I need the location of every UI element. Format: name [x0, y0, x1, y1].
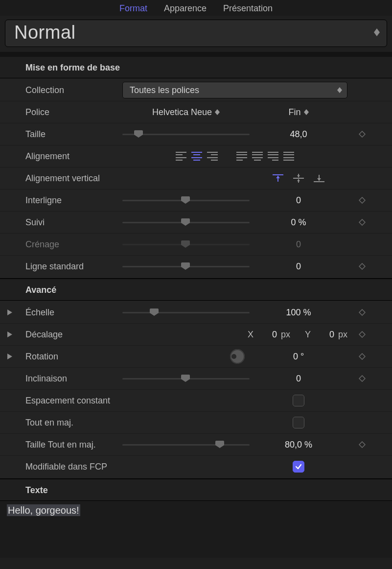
scale-value[interactable]: 100 %: [250, 308, 347, 318]
svg-marker-0: [374, 28, 380, 32]
svg-marker-23: [7, 309, 12, 315]
offset-y-unit: px: [338, 330, 347, 340]
updown-icon: [374, 28, 380, 36]
label-offset: Décalage: [20, 330, 122, 340]
font-family-select[interactable]: Helvetica Neue: [152, 107, 220, 118]
row-kerning: Crénage 0: [0, 233, 392, 255]
baseline-value[interactable]: 0: [250, 261, 347, 272]
kerning-value: 0: [250, 239, 347, 250]
align-center-icon[interactable]: [191, 152, 202, 161]
svg-marker-2: [337, 87, 342, 90]
disclosure-icon[interactable]: [0, 332, 20, 337]
slant-value[interactable]: 0: [250, 374, 347, 384]
keyframe-icon[interactable]: [347, 353, 377, 360]
svg-marker-14: [297, 175, 300, 177]
section-basic: Collection Toutes les polices Police Hel…: [0, 78, 392, 279]
keyframe-icon[interactable]: [347, 263, 377, 270]
svg-marker-20: [359, 197, 365, 203]
svg-marker-19: [317, 178, 321, 181]
preset-select[interactable]: Normal: [5, 20, 387, 47]
size-slider[interactable]: [122, 129, 250, 139]
keyframe-icon[interactable]: [347, 197, 377, 204]
offset-x-label: X: [248, 330, 254, 340]
justify-full-icon[interactable]: [283, 152, 294, 161]
section-basic-title: Mise en forme de base: [0, 52, 392, 78]
row-linespacing: Interligne 0: [0, 189, 392, 211]
offset-x-unit: px: [281, 330, 290, 340]
svg-marker-24: [359, 309, 365, 315]
allcaps-size-value[interactable]: 80,0 %: [250, 440, 347, 450]
scale-slider[interactable]: [122, 308, 250, 317]
valign-middle-icon[interactable]: [293, 174, 304, 183]
baseline-slider[interactable]: [122, 261, 250, 271]
label-size: Taille: [20, 129, 122, 140]
font-weight-value: Fin: [288, 107, 300, 118]
linespacing-value[interactable]: 0: [250, 195, 347, 206]
tracking-value[interactable]: 0 %: [250, 217, 347, 228]
offset-x-value[interactable]: 0: [259, 330, 277, 340]
svg-marker-5: [215, 112, 220, 115]
label-baseline: Ligne standard: [20, 261, 122, 272]
tracking-slider[interactable]: [122, 217, 250, 227]
row-editable-fcp: Modifiable dans FCP: [0, 455, 392, 477]
text-content[interactable]: Hello, gorgeous!: [7, 504, 80, 516]
svg-marker-11: [276, 176, 280, 178]
align-left-icon[interactable]: [176, 152, 186, 161]
allcaps-checkbox[interactable]: [293, 417, 304, 428]
offset-y-value[interactable]: 0: [317, 330, 334, 340]
svg-marker-4: [215, 109, 220, 112]
row-offset: Décalage X 0 px Y 0 px: [0, 323, 392, 345]
inspector-tabs: Format Apparence Présentation: [0, 0, 392, 16]
keyframe-icon[interactable]: [347, 331, 377, 338]
kerning-slider: [122, 239, 250, 249]
svg-marker-6: [304, 109, 309, 112]
keyframe-icon[interactable]: [347, 309, 377, 316]
keyframe-icon[interactable]: [347, 219, 377, 226]
label-scale: Échelle: [20, 308, 122, 318]
row-allcaps-size: Taille Tout en maj. 80,0 %: [0, 433, 392, 455]
section-advanced: Échelle 100 % Décalage X 0 px Y 0 px Rot…: [0, 300, 392, 479]
keyframe-icon[interactable]: [347, 375, 377, 382]
tab-format[interactable]: Format: [119, 3, 147, 14]
row-collection: Collection Toutes les polices: [0, 79, 392, 101]
disclosure-icon[interactable]: [0, 309, 20, 315]
label-slant: Inclinaison: [20, 374, 122, 384]
linespacing-slider[interactable]: [122, 195, 250, 205]
rotation-value[interactable]: 0 °: [250, 352, 347, 362]
svg-marker-7: [304, 112, 309, 115]
collection-value: Toutes les polices: [130, 85, 199, 95]
preset-name: Normal: [14, 22, 75, 43]
svg-marker-25: [7, 332, 12, 337]
svg-marker-1: [374, 32, 380, 36]
editable-fcp-checkbox[interactable]: [293, 461, 304, 473]
label-allcaps-size: Taille Tout en maj.: [20, 440, 122, 450]
justify-center-icon[interactable]: [252, 152, 263, 161]
row-scale: Échelle 100 %: [0, 302, 392, 323]
tab-appearance[interactable]: Apparence: [164, 3, 207, 14]
size-value[interactable]: 48,0: [250, 129, 347, 140]
svg-marker-26: [359, 332, 365, 337]
justify-right-icon[interactable]: [268, 152, 278, 161]
slant-slider[interactable]: [122, 374, 250, 383]
rotation-dial[interactable]: [230, 349, 245, 364]
align-right-icon[interactable]: [207, 152, 218, 161]
label-allcaps: Tout en maj.: [20, 418, 250, 428]
allcaps-size-slider[interactable]: [122, 440, 250, 450]
row-allcaps: Tout en maj.: [0, 411, 392, 433]
valign-bottom-icon[interactable]: [314, 174, 324, 183]
justify-left-icon[interactable]: [236, 152, 247, 161]
row-tracking: Suivi 0 %: [0, 211, 392, 233]
keyframe-icon[interactable]: [347, 131, 377, 138]
font-family-value: Helvetica Neue: [152, 107, 212, 118]
disclosure-icon[interactable]: [0, 354, 20, 359]
valign-top-icon[interactable]: [273, 174, 283, 183]
collection-select[interactable]: Toutes les polices: [122, 82, 347, 98]
keyframe-icon[interactable]: [347, 441, 377, 448]
updown-icon: [215, 109, 220, 115]
font-weight-select[interactable]: Fin: [288, 107, 308, 118]
label-valignment: Alignement vertical: [20, 173, 122, 184]
text-editor[interactable]: Hello, gorgeous!: [0, 500, 392, 558]
monospace-checkbox[interactable]: [293, 395, 304, 406]
svg-marker-3: [337, 90, 342, 93]
tab-presentation[interactable]: Présentation: [223, 3, 273, 14]
